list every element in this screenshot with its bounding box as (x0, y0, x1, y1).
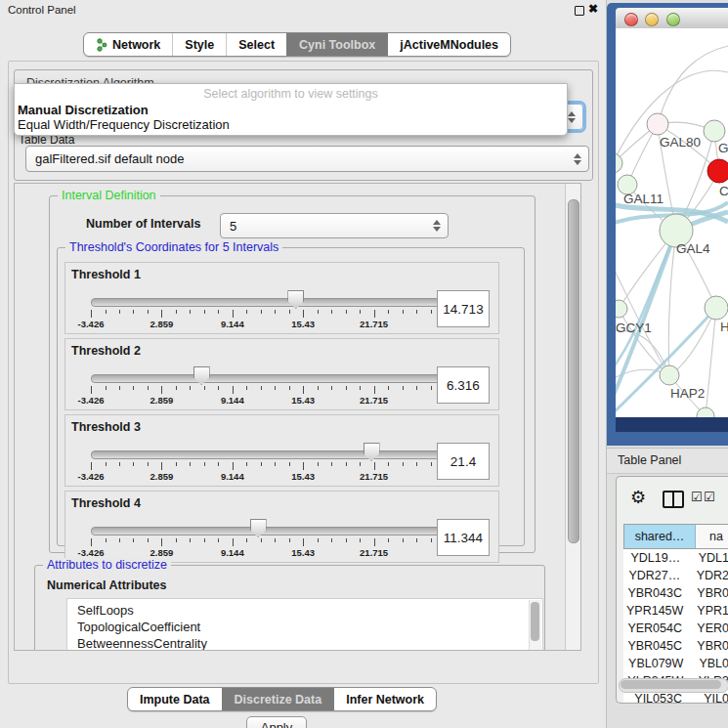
threshold-value-field[interactable]: 6.316 (437, 366, 490, 404)
tick-mark (318, 310, 319, 314)
network-node-gal80[interactable] (647, 113, 668, 135)
node-label: GAL4 (676, 241, 710, 256)
cell-name[interactable]: YPR1 (687, 602, 728, 620)
algorithm-placeholder-option[interactable]: Select algorithm to view settings (15, 87, 567, 101)
apply-button[interactable]: Apply (246, 716, 307, 728)
tab-discretize-data[interactable]: Discretize Data (222, 688, 334, 710)
slider-track[interactable] (91, 527, 447, 535)
network-node-hap2[interactable] (660, 365, 679, 385)
vertical-scrollbar[interactable] (565, 184, 580, 650)
network-node-c[interactable] (707, 159, 728, 183)
column-header-shared-name[interactable]: shared… (624, 525, 696, 548)
table-panel-header: Table Panel (607, 448, 728, 474)
tick-mark (119, 462, 120, 466)
tick-mark (388, 462, 389, 466)
tick-mark (204, 386, 205, 390)
tab-cyni-toolbox[interactable]: Cyni Toolbox (286, 33, 387, 56)
interval-definition-label: Interval Definition (58, 189, 160, 202)
tick-mark (346, 462, 347, 466)
checkbox-icon[interactable]: ☑ (691, 490, 703, 504)
number-of-intervals-combobox[interactable]: 5 (220, 213, 449, 238)
cell-shared-name[interactable]: YBR043C (623, 584, 687, 602)
zoom-traffic-light[interactable] (666, 13, 680, 26)
table-row[interactable]: YDL19…YDL1 (623, 549, 728, 567)
cell-name[interactable]: YDL1 (689, 549, 728, 567)
network-node-gcy1[interactable] (616, 300, 627, 318)
attribute-items: SelfLoopsTopologicalCoefficientBetweenne… (67, 599, 542, 651)
threshold-value-field[interactable]: 11.344 (437, 519, 490, 556)
column-header-name[interactable]: na (696, 525, 728, 548)
table-horizontal-scrollbar[interactable] (619, 678, 728, 693)
tick-label: 15.43 (291, 471, 315, 482)
tick-label: 15.43 (291, 395, 315, 406)
table-row[interactable]: YBR045CYBR0 (623, 637, 728, 655)
tick-mark (431, 538, 432, 542)
tab-style[interactable]: Style (172, 33, 226, 56)
cell-name[interactable]: YER0 (687, 620, 728, 637)
close-traffic-light[interactable] (624, 13, 638, 26)
tick-mark (403, 538, 404, 542)
tab-impute-data[interactable]: Impute Data (128, 688, 222, 710)
network-node-h[interactable] (705, 296, 728, 320)
tab-infer-network[interactable]: Infer Network (333, 688, 436, 710)
tab-select[interactable]: Select (226, 33, 286, 56)
cell-name[interactable]: YBR0 (687, 584, 728, 602)
checkbox-icon[interactable]: ☑ (704, 490, 715, 504)
tab-network[interactable]: Network (84, 33, 172, 56)
gear-icon[interactable]: ⚙ (630, 487, 646, 508)
algorithm-option-equal-width-frequency-discretization[interactable]: Equal Width/Frequency Discretization (18, 117, 230, 132)
tick-mark (416, 538, 417, 542)
tick-mark (91, 310, 92, 318)
table-row[interactable]: YER054CYER0 (623, 620, 728, 637)
tick-mark (275, 538, 276, 542)
tick-mark (416, 386, 417, 390)
column-layout-icon[interactable] (663, 491, 684, 508)
network-node[interactable] (616, 153, 622, 173)
scrollbar-thumb[interactable] (568, 199, 579, 543)
table-row[interactable]: YBL079WYBL0 (623, 655, 728, 672)
cell-shared-name[interactable]: YBL079W (623, 655, 689, 672)
tick-label: 21.715 (360, 395, 388, 406)
attribute-item-selfloops[interactable]: SelfLoops (67, 599, 542, 619)
tick-mark (303, 538, 304, 546)
cell-name[interactable]: YBL0 (689, 655, 728, 672)
thresholds-group-label: Threshold's Coordinates for 5 Intervals (65, 240, 282, 254)
attribute-item-betweennesscentrality[interactable]: BetweennessCentrality (67, 635, 542, 651)
tick-mark (303, 310, 304, 318)
cell-shared-name[interactable]: YBR045C (623, 637, 687, 655)
attribute-item-topologicalcoefficient[interactable]: TopologicalCoefficient (67, 619, 542, 635)
float-window-icon[interactable] (575, 6, 584, 16)
table-row[interactable]: YPR145WYPR1 (623, 602, 728, 620)
network-window-titlebar[interactable] (616, 8, 728, 29)
cell-shared-name[interactable]: YER054C (623, 620, 687, 637)
tick-label: 2.859 (150, 471, 174, 482)
slider-tick-labels: -3.4262.8599.14415.4321.71528 (91, 547, 445, 557)
algorithm-option-manual-discretization[interactable]: Manual Discretization (18, 103, 149, 117)
slider-track[interactable] (91, 298, 447, 307)
tick-mark (346, 310, 347, 314)
network-node-g[interactable] (704, 120, 725, 142)
cell-shared-name[interactable]: YDL19… (623, 549, 689, 567)
tab-jactivemnodules[interactable]: jActiveMNodules (387, 33, 510, 56)
attribute-list-scrollbar[interactable] (529, 600, 541, 651)
tick-mark (388, 386, 389, 390)
slider-track[interactable] (91, 374, 447, 383)
tick-mark (119, 386, 120, 390)
scrollbar-thumb[interactable] (531, 602, 539, 641)
minimize-traffic-light[interactable] (645, 13, 659, 26)
tick-label: 21.715 (360, 319, 388, 329)
slider-track[interactable] (91, 450, 447, 459)
cell-shared-name[interactable]: YDR27… (623, 567, 687, 584)
threshold-value-field[interactable]: 14.713 (437, 290, 490, 327)
cell-name[interactable]: YBR0 (687, 637, 728, 655)
threshold-value-field[interactable]: 21.4 (437, 443, 490, 480)
cell-name[interactable]: YDR2 (687, 567, 728, 584)
network-canvas[interactable]: GAL80GAL11GCGAL4GCY1HHAP2 (616, 28, 728, 417)
table-row[interactable]: YBR043CYBR0 (623, 584, 728, 602)
table-row[interactable]: YDR27…YDR2 (623, 567, 728, 584)
cell-shared-name[interactable]: YPR145W (623, 602, 687, 620)
scrollbar-thumb[interactable] (621, 680, 721, 689)
table-header-row: shared… na (623, 524, 728, 549)
close-icon[interactable]: ✖ (588, 2, 598, 16)
table-data-combobox[interactable]: galFiltered.sif default node (25, 146, 589, 172)
